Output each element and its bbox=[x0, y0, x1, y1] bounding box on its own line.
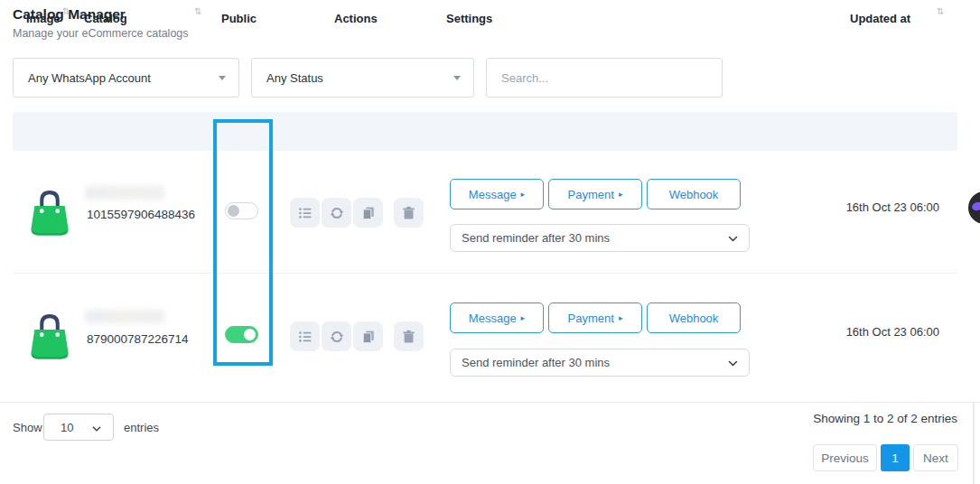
delete-button[interactable] bbox=[394, 321, 424, 351]
button-label: Message bbox=[469, 312, 517, 325]
column-header-public[interactable]: Public bbox=[221, 12, 257, 25]
floating-widget-button[interactable] bbox=[968, 191, 980, 224]
chevron-down-icon bbox=[727, 358, 739, 369]
catalog-id: 879000787226714 bbox=[87, 332, 189, 346]
updated-at: 16th Oct 23 06:00 bbox=[846, 200, 939, 214]
webhook-settings-button[interactable]: Webhook bbox=[647, 302, 741, 333]
column-header-settings: Settings bbox=[446, 12, 492, 25]
catalog-name-redacted bbox=[85, 186, 164, 200]
duplicate-button[interactable] bbox=[353, 321, 383, 351]
row-divider bbox=[13, 273, 957, 274]
show-label: Show bbox=[13, 421, 42, 434]
sync-button[interactable] bbox=[322, 321, 351, 351]
button-label: Webhook bbox=[669, 188, 719, 201]
previous-page-button[interactable]: Previous bbox=[813, 444, 877, 471]
whatsapp-account-value: Any WhatsApp Account bbox=[28, 71, 151, 85]
page-size-select[interactable]: 10 bbox=[43, 414, 114, 441]
status-value: Any Status bbox=[266, 71, 323, 85]
status-select[interactable]: Any Status bbox=[251, 58, 474, 98]
entries-label: entries bbox=[124, 421, 159, 434]
copy-icon bbox=[361, 330, 376, 344]
chevron-down-icon bbox=[91, 424, 102, 434]
column-header-updated-at[interactable]: Updated at bbox=[850, 12, 910, 25]
reminder-select[interactable]: Send reminder after 30 mins bbox=[450, 224, 750, 252]
widget-logo-icon bbox=[971, 200, 980, 211]
column-header-image[interactable]: Image bbox=[26, 12, 61, 25]
caret-right-icon: ▸ bbox=[619, 314, 623, 322]
caret-down-icon bbox=[453, 76, 461, 80]
copy-icon bbox=[361, 206, 376, 220]
page-size-value: 10 bbox=[61, 421, 73, 434]
updated-at: 16th Oct 23 06:00 bbox=[846, 325, 939, 339]
delete-button[interactable] bbox=[394, 198, 424, 228]
sort-icon[interactable]: ⇅ bbox=[194, 6, 201, 16]
message-settings-button[interactable]: Message ▸ bbox=[450, 179, 544, 209]
catalog-id: 1015597906488436 bbox=[87, 208, 195, 221]
list-icon bbox=[298, 206, 313, 220]
reminder-value: Send reminder after 30 mins bbox=[462, 356, 610, 369]
chevron-down-icon bbox=[727, 233, 739, 245]
sort-icon[interactable]: ⇅ bbox=[62, 6, 70, 16]
trash-icon bbox=[402, 206, 415, 220]
duplicate-button[interactable] bbox=[353, 198, 383, 228]
current-page-button[interactable]: 1 bbox=[881, 444, 910, 471]
sort-icon[interactable]: ⇅ bbox=[937, 6, 944, 16]
entries-summary: Showing 1 to 2 of 2 entries bbox=[813, 412, 957, 425]
next-page-button[interactable]: Next bbox=[913, 444, 958, 471]
column-header-actions: Actions bbox=[334, 12, 378, 25]
whatsapp-account-select[interactable]: Any WhatsApp Account bbox=[13, 58, 239, 98]
caret-right-icon: ▸ bbox=[521, 191, 526, 199]
sync-button[interactable] bbox=[322, 198, 351, 228]
list-icon bbox=[298, 330, 313, 344]
table-header bbox=[13, 112, 957, 151]
scrollbar-thumb[interactable] bbox=[973, 403, 975, 484]
catalog-manager-page: Catalog Manager Manage your eCommerce ca… bbox=[0, 0, 980, 484]
public-column-highlight bbox=[213, 119, 273, 366]
catalog-items-button[interactable] bbox=[290, 321, 320, 351]
catalog-image-bag-icon bbox=[29, 311, 70, 361]
reminder-select[interactable]: Send reminder after 30 mins bbox=[450, 349, 750, 377]
reminder-value: Send reminder after 30 mins bbox=[462, 231, 610, 245]
payment-settings-button[interactable]: Payment ▸ bbox=[548, 179, 642, 209]
caret-down-icon bbox=[219, 76, 226, 80]
button-label: Payment bbox=[568, 188, 614, 201]
catalog-image-bag-icon bbox=[29, 187, 70, 237]
caret-right-icon: ▸ bbox=[521, 314, 526, 322]
sync-icon bbox=[330, 206, 344, 220]
table-bottom-divider bbox=[0, 402, 980, 403]
catalog-name-redacted bbox=[85, 310, 164, 323]
message-settings-button[interactable]: Message ▸ bbox=[450, 302, 544, 333]
button-label: Payment bbox=[568, 312, 614, 325]
payment-settings-button[interactable]: Payment ▸ bbox=[548, 302, 642, 333]
column-header-catalog[interactable]: Catalog bbox=[84, 12, 127, 25]
catalog-items-button[interactable] bbox=[290, 198, 320, 228]
page-subtitle: Manage your eCommerce catalogs bbox=[13, 27, 189, 40]
search-input[interactable] bbox=[486, 58, 723, 98]
trash-icon bbox=[402, 330, 415, 344]
caret-right-icon: ▸ bbox=[619, 191, 623, 199]
button-label: Webhook bbox=[669, 312, 719, 325]
button-label: Message bbox=[469, 188, 517, 201]
sync-icon bbox=[330, 330, 344, 344]
webhook-settings-button[interactable]: Webhook bbox=[647, 179, 741, 209]
